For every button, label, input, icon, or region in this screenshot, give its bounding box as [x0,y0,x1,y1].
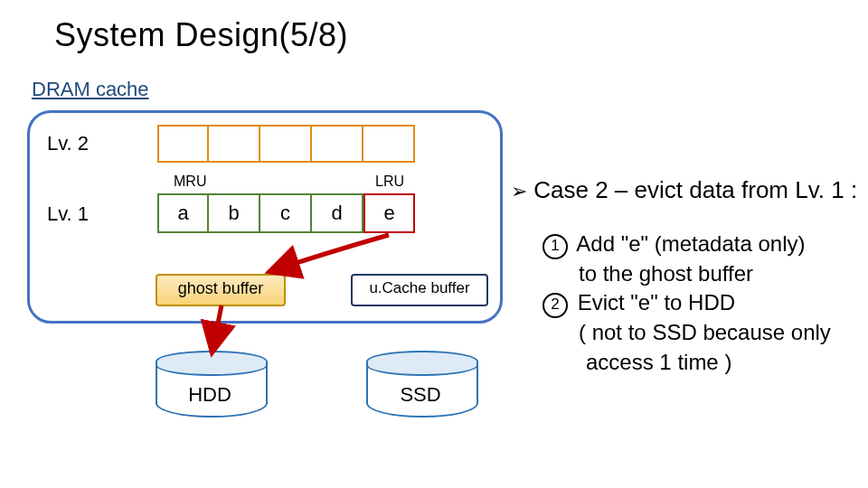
lv2-row [157,125,415,163]
ucache-buffer-box: u.Cache buffer [351,274,488,306]
hdd-cylinder: HDD [156,351,264,421]
lv2-label: Lv. 2 [47,132,89,155]
dram-cache-label: DRAM cache [32,78,149,101]
ssd-cylinder: SSD [366,351,475,421]
lv1-cell-b: b [209,193,260,233]
step-2-line-a: Evict "e" to HDD [578,290,735,314]
step-1-number: 1 [542,234,568,259]
lv2-cell [260,125,312,163]
lv1-cell-e: e [363,193,415,233]
lv1-cell-d: d [312,193,363,233]
slide: System Design(5/8) DRAM cache Lv. 2 MRU … [0,0,868,488]
mru-label: MRU [174,174,206,190]
step-1-line-b: to the ghost buffer [542,259,831,288]
lv2-cell [363,125,415,163]
step-2-line-b: ( not to SSD because only [542,318,831,347]
lv1-cell-a: a [157,193,209,233]
ghost-buffer-box: ghost buffer [156,274,286,306]
slide-title: System Design(5/8) [54,16,348,54]
step-2-number: 2 [542,293,568,318]
lv1-label: Lv. 1 [47,202,89,226]
case-heading-text: Case 2 – evict data from Lv. 1 : [533,176,857,203]
ssd-label: SSD [366,383,475,407]
lv2-cell [209,125,260,163]
lru-label: LRU [375,174,404,190]
lv1-cell-c: c [260,193,312,233]
lv2-cell [157,125,209,163]
hdd-label: HDD [156,383,264,407]
case-heading: ➢ Case 2 – evict data from Lv. 1 : [511,176,857,204]
triangle-bullet-icon: ➢ [511,180,527,202]
step-1-line-a: Add "e" (metadata only) [576,231,805,256]
lv2-cell [312,125,363,163]
case-steps: 1 Add "e" (metadata only) to the ghost b… [542,230,831,377]
lv1-row: a b c d e [157,193,415,233]
step-2-line-c: access 1 time ) [542,348,831,377]
